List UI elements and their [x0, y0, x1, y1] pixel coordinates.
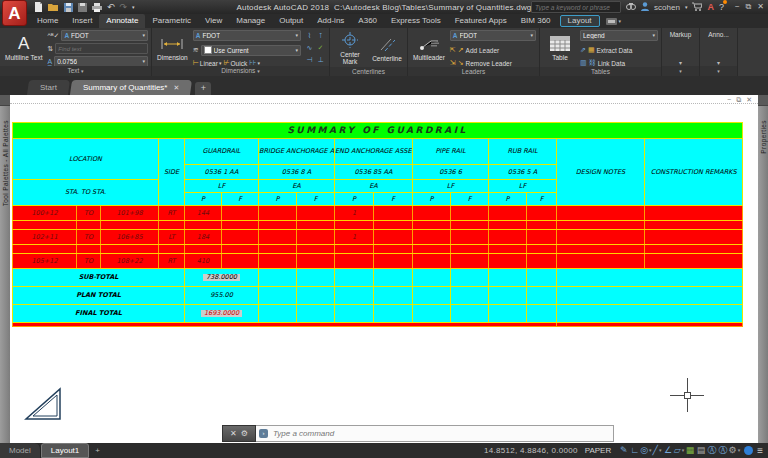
table-style-dropdown[interactable]: Legend ▾ [580, 30, 658, 41]
customize-wrench-icon[interactable]: ⚙ [241, 429, 248, 438]
command-line-handle[interactable]: ✕ ⚙ [222, 425, 256, 442]
model-tab[interactable]: Model [0, 443, 41, 458]
tab-manage[interactable]: Manage [229, 14, 272, 28]
tab-add-ins[interactable]: Add-ins [310, 14, 351, 28]
summary-of-quantities-table[interactable]: SUMMARY OF GUARDRAIL LOCATION SIDE GUARD… [12, 122, 743, 327]
panel-label-leaders[interactable]: Leaders [408, 67, 539, 76]
link-data-button[interactable]: Link Data [598, 60, 625, 67]
panel-label-markup[interactable]: ▾ [662, 66, 699, 76]
remove-leader-button[interactable]: Remove Leader [466, 60, 512, 67]
panel-annotation[interactable]: Anno... ▾ ▾ [700, 28, 738, 76]
find-text-input[interactable] [55, 43, 148, 54]
polar-tracking-icon[interactable]: ◎▾ [640, 443, 651, 458]
help-button[interactable]: ? [719, 2, 724, 12]
panel-label-dimensions[interactable]: Dimensions ▾ [152, 66, 329, 76]
customization-menu-icon[interactable]: ≡ [757, 445, 763, 456]
qat-menu-caret-icon[interactable]: ▾ [132, 2, 135, 12]
adjust-space-icon[interactable]: ⊺ [319, 32, 323, 40]
palette-grip-icon[interactable] [758, 95, 768, 106]
center-mark-button[interactable]: Center Mark [333, 30, 367, 67]
recent-commands-icon[interactable]: › [259, 429, 268, 438]
tab-insert[interactable]: Insert [65, 14, 99, 28]
close-tab-icon[interactable]: ✕ [173, 84, 179, 91]
signed-in-user[interactable]: scohen [654, 3, 680, 12]
save-as-icon[interactable] [78, 3, 87, 12]
table-button[interactable]: Table [543, 30, 577, 67]
oblique-icon[interactable]: ⊣ [306, 56, 312, 64]
file-tab-start[interactable]: Start [27, 80, 70, 95]
multileader-button[interactable]: Multileader [411, 30, 447, 67]
undo-icon[interactable]: ↶ [107, 2, 115, 12]
dimension-button[interactable]: Dimension [155, 30, 190, 67]
close-command-line-icon[interactable]: ✕ [230, 429, 237, 438]
layout1-tab[interactable]: Layout1 [41, 443, 89, 458]
table-row[interactable]: 102+11TO106+85LT 184 1 [13, 230, 743, 245]
plot-icon[interactable] [92, 3, 102, 12]
object-snap-icon[interactable]: ╱▾ [652, 443, 663, 458]
panel-label-annotation[interactable]: ▾ [700, 66, 737, 76]
mleader-style-dropdown[interactable]: A FDOT ▾ [450, 30, 536, 41]
spell-check-icon[interactable]: ᴬᴮ✓ [47, 32, 59, 40]
annotation-objects-icon[interactable]: ✎ [618, 443, 629, 458]
tab-view[interactable]: View [198, 14, 229, 28]
table-row[interactable] [13, 245, 743, 254]
table-row[interactable] [13, 221, 743, 230]
final-total-row[interactable]: FINAL TOTAL 1693.0000 [13, 305, 743, 323]
jog-line-icon[interactable]: ∿ [307, 44, 313, 52]
tab-featured-apps[interactable]: Featured Apps [448, 14, 514, 28]
extract-data-button[interactable]: Extract Data [597, 47, 633, 54]
command-line-dock[interactable]: ✕ ⚙ › [222, 425, 614, 442]
close-button[interactable]: ✕ [757, 2, 764, 12]
add-leader-button[interactable]: Add Leader [466, 47, 500, 54]
leader-collect-icon[interactable]: ⇱ [450, 46, 456, 54]
tool-palettes-strip[interactable]: Tool Palettes - All Palettes [0, 95, 10, 443]
table-row[interactable]: 100+12TO101+98RT 144 1 [13, 206, 743, 221]
panel-markup[interactable]: Markup ▾ ▾ [662, 28, 700, 76]
tab-bim360[interactable]: BIM 360 [514, 14, 558, 28]
workspace-icon[interactable]: ⚙▾ [729, 443, 741, 458]
command-input[interactable] [271, 428, 610, 439]
multiline-text-button[interactable]: A Multiline Text [3, 30, 44, 67]
autodesk-account-icon[interactable]: A [707, 2, 714, 12]
dim-style-dropdown[interactable]: A FDOT ▾ [193, 30, 301, 41]
user-avatar-icon[interactable] [641, 2, 649, 13]
chevron-down-icon[interactable]: ▾ [659, 443, 662, 458]
search-binoculars-icon[interactable] [626, 3, 636, 12]
save-icon[interactable] [64, 3, 73, 12]
new-drawing-tab-button[interactable]: + [195, 82, 211, 95]
plan-total-row[interactable]: PLAN TOTAL 955.00 [13, 287, 743, 305]
new-layout-button[interactable]: + [89, 446, 106, 455]
tab-a360[interactable]: A360 [351, 14, 384, 28]
drawing-close-icon[interactable]: ✕ [746, 96, 752, 104]
tab-output[interactable]: Output [272, 14, 310, 28]
panel-label-tables[interactable]: Tables [540, 67, 661, 76]
tab-express-tools[interactable]: Express Tools [384, 14, 448, 28]
dimension-break-icon[interactable]: ⌇ [308, 32, 311, 40]
chevron-down-icon[interactable]: ▾ [738, 443, 741, 458]
redo-icon[interactable]: ↷ [120, 2, 128, 12]
help-search-input[interactable] [532, 4, 627, 11]
properties-strip[interactable]: Properties [758, 95, 768, 443]
paper-model-toggle[interactable]: PAPER [585, 446, 612, 455]
file-tab-summary-of-quantities[interactable]: Summary of Quantities*✕ [70, 80, 192, 95]
dynamic-input-icon[interactable]: ▦ [685, 443, 696, 458]
tab-home[interactable]: Home [30, 14, 65, 28]
help-search-box[interactable] [531, 1, 621, 13]
inspect-icon[interactable]: ✓ [318, 44, 324, 52]
annotation-visibility-icon[interactable]: Ⓐ [718, 443, 729, 458]
panel-label-centerlines[interactable]: Centerlines [330, 67, 407, 76]
leader-align-icon[interactable]: ⇲ [450, 59, 456, 67]
panel-label-text[interactable]: Text ▾ [0, 66, 151, 76]
dynamic-ucs-icon[interactable]: ▱▾ [674, 443, 685, 458]
ortho-icon[interactable]: ∟ [629, 443, 640, 458]
dim-layer-dropdown[interactable]: Use Current ▾ [201, 45, 301, 56]
app-store-cart-icon[interactable] [692, 2, 702, 13]
tab-annotate[interactable]: Annotate [99, 14, 145, 28]
drawing-minimize-icon[interactable]: − [727, 96, 731, 104]
open-file-icon[interactable] [48, 3, 59, 12]
autocad-logo-icon[interactable]: A [2, 0, 27, 26]
isodraft-icon[interactable]: ∠ [663, 443, 674, 458]
text-style-dropdown[interactable]: A FDOT ▾ [61, 30, 148, 41]
update-icon[interactable]: ⊥ [317, 56, 323, 64]
centerline-button[interactable]: Centerline [370, 30, 404, 67]
